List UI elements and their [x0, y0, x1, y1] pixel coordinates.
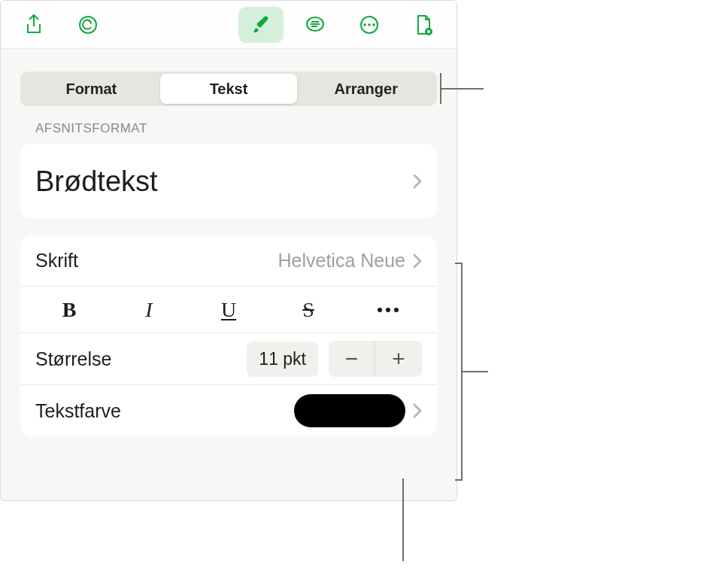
- color-swatch[interactable]: [294, 394, 405, 427]
- tab-format[interactable]: Format: [23, 74, 160, 104]
- more-text-options-button[interactable]: [348, 293, 428, 327]
- font-card: Skrift Helvetica Neue B I U S Størrelse …: [20, 235, 437, 436]
- brush-icon: [250, 14, 272, 36]
- size-increase-button[interactable]: +: [375, 341, 422, 377]
- more-circle-icon: [358, 14, 381, 36]
- text-color-label: Tekstfarve: [35, 400, 121, 422]
- paragraph-style-row[interactable]: Brødtekst: [20, 144, 437, 219]
- bold-button[interactable]: B: [29, 293, 109, 327]
- document-icon: [412, 14, 435, 36]
- share-icon: [23, 14, 45, 36]
- format-brush-button[interactable]: [238, 7, 284, 43]
- text-style-row: B I U S: [20, 287, 437, 333]
- ellipsis-icon: [378, 308, 399, 312]
- paragraph-style-card: Brødtekst: [20, 144, 437, 219]
- svg-point-5: [372, 23, 375, 26]
- format-panel: Format Tekst Arranger AFSNITSFORMAT Brød…: [0, 0, 457, 501]
- comment-button[interactable]: [293, 7, 338, 43]
- tab-arrange[interactable]: Arranger: [297, 74, 435, 104]
- size-stepper: − +: [329, 341, 422, 377]
- share-button[interactable]: [11, 7, 56, 43]
- comment-icon: [304, 14, 326, 36]
- undo-button[interactable]: [65, 7, 111, 43]
- format-tabs: Format Tekst Arranger: [20, 71, 437, 106]
- strikethrough-button[interactable]: S: [268, 293, 348, 327]
- size-label: Størrelse: [35, 348, 111, 370]
- tab-text[interactable]: Tekst: [160, 74, 298, 104]
- text-color-row[interactable]: Tekstfarve: [20, 385, 437, 436]
- callout-line: [402, 478, 404, 561]
- undo-icon: [77, 14, 99, 36]
- size-decrease-button[interactable]: −: [329, 341, 375, 377]
- svg-point-7: [427, 30, 430, 33]
- toolbar: [1, 1, 457, 49]
- svg-point-4: [368, 23, 371, 26]
- callout-line: [440, 73, 441, 104]
- underline-button[interactable]: U: [189, 293, 268, 327]
- chevron-right-icon: [413, 403, 422, 418]
- svg-point-3: [363, 23, 366, 26]
- size-row: Størrelse 11 pkt − +: [20, 333, 437, 385]
- font-label: Skrift: [35, 250, 78, 272]
- chevron-right-icon: [413, 254, 422, 269]
- more-button[interactable]: [347, 7, 392, 43]
- italic-button[interactable]: I: [109, 293, 189, 327]
- section-header-paragraph: AFSNITSFORMAT: [35, 121, 422, 136]
- callout-line: [463, 371, 488, 372]
- chevron-right-icon: [413, 174, 422, 189]
- callout-line: [440, 88, 484, 90]
- size-value[interactable]: 11 pkt: [247, 342, 318, 377]
- font-value: Helvetica Neue: [278, 250, 405, 272]
- callout-bracket: [455, 263, 463, 481]
- paragraph-style-label: Brødtekst: [35, 166, 158, 198]
- font-row[interactable]: Skrift Helvetica Neue: [20, 235, 437, 287]
- document-button[interactable]: [401, 7, 446, 43]
